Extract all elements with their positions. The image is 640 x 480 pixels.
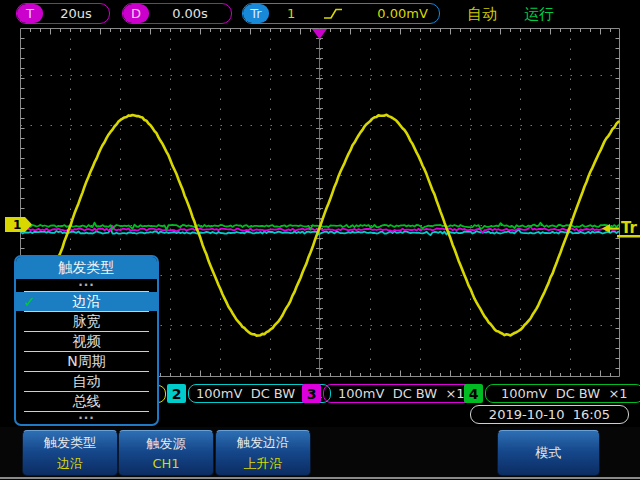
timebase-indicator[interactable]: T 20us [16, 3, 110, 24]
softkey-title: 触发源 [147, 435, 186, 453]
trigger-label: Tr [243, 4, 269, 23]
trigger-level-marker: Tr [602, 219, 640, 238]
softkey-title: 触发边沿 [237, 434, 289, 452]
menu-item-pulse-width[interactable]: 脉宽 [16, 312, 157, 331]
channel-1-position-marker: 1 [5, 217, 32, 232]
channel-2-number: 2 [167, 384, 186, 403]
channel-3-badge[interactable]: 3 100mV DC BW ×1 [302, 384, 480, 403]
trace-channel-4 [21, 223, 619, 230]
channel-4-badge[interactable]: 4 100mV DC BW ×1 [464, 384, 640, 403]
trigger-type-menu: 触发类型 ··· ✓ 边沿 脉宽 视频 N周期 自动 总线 ··· [14, 255, 159, 426]
datetime-display: 2019-10-10 16:05 [470, 405, 629, 424]
timebase-value: 20us [43, 6, 109, 21]
menu-item-auto[interactable]: 自动 [16, 372, 157, 391]
delay-indicator[interactable]: D 0.00s [122, 3, 232, 24]
trace-channel-2 [21, 229, 619, 236]
status-bar: T 20us D 0.00s Tr 1 0.00mV 自动 运行 [0, 0, 640, 27]
softkey-trigger-type[interactable]: 触发类型 边沿 [22, 430, 118, 476]
svg-text:Tr: Tr [621, 219, 638, 237]
menu-item-edge[interactable]: ✓ 边沿 [16, 292, 157, 311]
menu-title: 触发类型 [16, 257, 157, 279]
softkey-bar: 触发类型 边沿 触发源 CH1 触发边沿 上升沿 模式 [0, 427, 640, 480]
softkey-value: 上升沿 [244, 455, 283, 473]
channel-3-settings: 100mV DC BW ×1 [323, 384, 480, 403]
timebase-label: T [17, 4, 43, 23]
delay-label: D [123, 4, 149, 23]
menu-item-n-period[interactable]: N周期 [16, 352, 157, 371]
menu-scroll-down[interactable]: ··· [16, 412, 157, 424]
trigger-indicator[interactable]: Tr 1 0.00mV [242, 3, 440, 24]
check-icon: ✓ [23, 293, 36, 311]
softkey-value: CH1 [152, 456, 179, 471]
trace-channel-3 [21, 226, 619, 233]
svg-text:1: 1 [13, 218, 21, 232]
trigger-position-marker [312, 29, 327, 39]
run-state-text: 运行 [524, 5, 554, 24]
menu-item-label: 边沿 [73, 293, 101, 311]
channel-4-settings: 100mV DC BW ×1 [485, 384, 640, 403]
menu-scroll-up[interactable]: ··· [16, 279, 157, 291]
menu-item-video[interactable]: 视频 [16, 332, 157, 351]
channel-4-number: 4 [464, 384, 483, 403]
bottom-strip [0, 477, 640, 479]
trigger-level-value: 0.00mV [377, 6, 428, 21]
trigger-source-number: 1 [287, 6, 295, 21]
softkey-value: 边沿 [57, 455, 83, 473]
menu-item-bus[interactable]: 总线 [16, 392, 157, 411]
softkey-title: 触发类型 [44, 434, 96, 452]
softkey-trigger-edge[interactable]: 触发边沿 上升沿 [215, 430, 311, 476]
channel-3-number: 3 [302, 384, 321, 403]
softkey-trigger-source[interactable]: 触发源 CH1 [118, 430, 214, 476]
softkey-mode[interactable]: 模式 [497, 430, 600, 476]
acquire-mode-text: 自动 [467, 5, 497, 24]
delay-value: 0.00s [149, 6, 231, 21]
oscilloscope-screen: 1Tr T 20us D 0.00s Tr 1 0.00mV 自动 运行 触发类… [0, 0, 640, 480]
rising-edge-icon [323, 7, 343, 20]
softkey-title: 模式 [536, 444, 562, 462]
